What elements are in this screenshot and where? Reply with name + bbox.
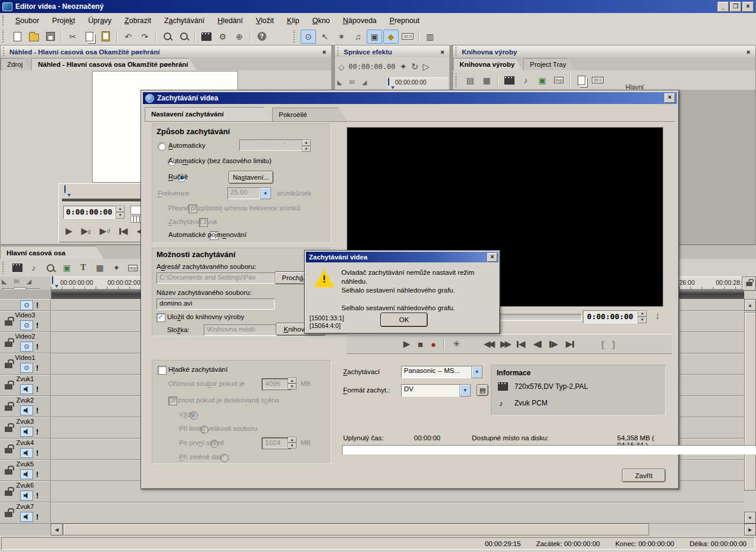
lock-icon[interactable] bbox=[5, 363, 12, 368]
rewind-button[interactable]: ◀◀ bbox=[484, 339, 493, 349]
fit-icon[interactable]: ✉ bbox=[14, 278, 19, 285]
effects-play-button[interactable]: ▷ bbox=[423, 61, 430, 72]
scroll-left-button[interactable]: ◀ bbox=[51, 524, 63, 535]
zoom-out-button[interactable] bbox=[176, 30, 191, 44]
horizontal-scroll-thumb[interactable] bbox=[63, 524, 649, 535]
add-audio-button[interactable]: ♪ bbox=[518, 73, 533, 87]
track-header[interactable]: Zvuk4 ⊙ ! bbox=[0, 439, 51, 460]
scene-size-spinner[interactable]: ▲▼ bbox=[288, 437, 296, 449]
stamp-button[interactable]: ✦ bbox=[399, 61, 407, 72]
go-end-button[interactable]: ▶ bbox=[566, 339, 575, 349]
error-dialog-titlebar[interactable]: Zachytávání videa × bbox=[306, 252, 498, 262]
vertical-scrollbar[interactable]: ▲ ▼ bbox=[744, 299, 756, 524]
capture-timecode[interactable]: 0:00:00:00 bbox=[583, 310, 637, 323]
close-capture-button[interactable]: Zavřít bbox=[622, 469, 666, 482]
menu-item[interactable]: Vložit bbox=[249, 15, 281, 26]
tab-timeline[interactable]: Hlavní casová osa bbox=[0, 246, 104, 259]
add-dvp-button[interactable]: dvp bbox=[551, 73, 566, 87]
zoom-in-button[interactable] bbox=[159, 30, 175, 44]
menu-item[interactable]: Projekt bbox=[45, 15, 82, 26]
mark-out-button[interactable]: ] bbox=[612, 339, 615, 349]
menu-item[interactable]: Soubor bbox=[9, 15, 45, 26]
capture-dir-field[interactable]: C:\Documents and Settings\Pav bbox=[157, 272, 275, 284]
minimize-button[interactable]: _ bbox=[718, 2, 729, 12]
preview-timecode[interactable]: 0:00:00:00 bbox=[63, 206, 115, 219]
capture-device-combo[interactable]: Panasonic -- MS... ▼ bbox=[401, 366, 483, 378]
format-details-button[interactable]: ▤ bbox=[477, 384, 488, 396]
effects-timecode[interactable]: 00:00:00.00 bbox=[348, 63, 395, 71]
save-button[interactable] bbox=[43, 30, 58, 44]
track-header[interactable]: Zvuk2 ⊙ ! bbox=[0, 396, 51, 417]
fast-forward-button[interactable]: ▶▶ bbox=[500, 339, 509, 349]
chevron-down-icon[interactable]: ▼ bbox=[260, 187, 271, 199]
frame-forward-button[interactable]: ▶ bbox=[549, 339, 558, 349]
horizontal-scrollbar[interactable]: ◀ ▶ bbox=[51, 524, 756, 535]
track-audio-icon[interactable] bbox=[20, 384, 33, 394]
track-header[interactable]: Video1 ⊙ ! bbox=[0, 353, 51, 375]
checkbox-smooth-capture[interactable] bbox=[158, 366, 167, 375]
track-header[interactable]: Zvuk6 ⊙ ! bbox=[0, 481, 51, 502]
go-start-button[interactable]: ◀ bbox=[517, 339, 526, 349]
library-timecode-button[interactable]: 00:0 bbox=[590, 73, 605, 87]
copy-button[interactable] bbox=[82, 30, 97, 44]
track-audio-icon[interactable] bbox=[20, 512, 33, 522]
preview-timecode-spinner[interactable]: ▲▼ bbox=[116, 206, 125, 219]
copy-clip-button[interactable] bbox=[573, 73, 589, 87]
tab-project-tray[interactable]: Project Tray bbox=[523, 58, 575, 71]
track-visibility-icon[interactable]: ⊙ bbox=[20, 363, 33, 373]
mark-in-button[interactable]: [ bbox=[601, 339, 604, 349]
add-grid-button[interactable]: ▦ bbox=[92, 261, 107, 275]
auto-time-field[interactable]: : : : bbox=[239, 139, 304, 151]
stop-button[interactable]: ■ bbox=[418, 339, 423, 349]
auto-time-spinner[interactable]: ▲▼ bbox=[302, 139, 311, 152]
detach-audio-button[interactable] bbox=[43, 261, 58, 275]
track-audio-icon[interactable] bbox=[20, 448, 33, 458]
capture-timecode-spinner[interactable]: ▲▼ bbox=[638, 310, 647, 323]
title-bar[interactable]: Editor videa - Neoznačený _ ❐ × bbox=[0, 0, 756, 13]
cut-button[interactable]: ✂ bbox=[65, 30, 80, 44]
audio-window-button[interactable]: ♫ bbox=[350, 30, 366, 44]
tab-library[interactable]: Knihovna výroby bbox=[453, 58, 523, 71]
frame-back-button[interactable]: ◀ bbox=[533, 339, 542, 349]
checkbox-save-library-label[interactable]: Uložit do knihovny výroby bbox=[167, 313, 244, 320]
checkbox-auto-name-label[interactable]: Automatické pojmenování bbox=[168, 231, 246, 238]
lock-icon[interactable] bbox=[5, 491, 12, 496]
scrub-marker-icon[interactable] bbox=[64, 185, 66, 193]
lock-icon[interactable] bbox=[5, 469, 12, 475]
timecode-window-button[interactable]: 00:0 bbox=[400, 30, 415, 44]
crossfade-icon[interactable]: ✉ bbox=[349, 79, 354, 86]
radio-automatic-label[interactable]: Automaticky bbox=[168, 142, 206, 149]
view-detail-button[interactable]: ▤ bbox=[462, 73, 478, 87]
track-audio-icon[interactable] bbox=[20, 469, 33, 479]
effects-panel-header[interactable]: Správce efektu × bbox=[334, 45, 450, 58]
add-audio-track-button[interactable]: ♪ bbox=[26, 261, 41, 275]
split-size-field[interactable]: 4095 bbox=[262, 378, 291, 390]
menu-item[interactable]: Nápoveda bbox=[337, 15, 383, 26]
track-header[interactable]: Zvuk5 ⊙ ! bbox=[0, 460, 51, 481]
chevron-down-icon[interactable]: ▼ bbox=[460, 384, 471, 397]
track-header[interactable]: Video2 ⊙ ! bbox=[0, 332, 51, 353]
ok-button[interactable]: OK bbox=[380, 313, 428, 327]
lock-icon[interactable] bbox=[5, 405, 12, 411]
tab-preview[interactable]: Náhled - Hlavní casová osa Okamžité pøeh… bbox=[31, 58, 197, 71]
render-button[interactable] bbox=[198, 30, 214, 44]
keyframe-icon[interactable]: ◇ bbox=[338, 63, 344, 72]
manual-settings-button[interactable]: Nastavení... bbox=[229, 171, 273, 184]
scroll-down-button[interactable]: ▼ bbox=[744, 512, 756, 524]
menu-item[interactable]: Zachytávání bbox=[158, 15, 211, 26]
lock-icon[interactable] bbox=[5, 342, 12, 347]
track-lane[interactable] bbox=[51, 502, 744, 524]
lock-icon[interactable] bbox=[5, 427, 12, 432]
tab-advanced[interactable]: Pokroèilé bbox=[272, 108, 347, 121]
radio-data-change[interactable] bbox=[220, 454, 229, 462]
select-mode-button[interactable]: ↖ bbox=[317, 30, 333, 44]
wizard-button[interactable]: ✶ bbox=[334, 30, 349, 44]
play-loop-button[interactable]: ▶↺ bbox=[100, 226, 110, 236]
redo-button[interactable]: ↷ bbox=[137, 30, 152, 44]
web-button[interactable]: ⊕ bbox=[232, 30, 247, 44]
paste-button[interactable] bbox=[98, 30, 113, 44]
track-header[interactable]: Video3 ⊙ ! bbox=[0, 311, 51, 332]
close-panel-icon[interactable]: × bbox=[320, 48, 328, 56]
lock-icon[interactable] bbox=[5, 320, 12, 326]
menu-item[interactable]: Úpravy bbox=[82, 15, 118, 26]
